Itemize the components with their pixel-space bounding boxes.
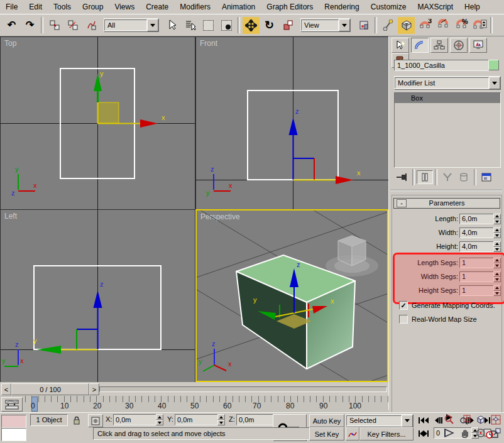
width-segs-field[interactable]: 1 [459,271,495,282]
dropdown-arrow-icon[interactable] [147,19,158,31]
key-mode-toggle-icon[interactable] [416,427,431,439]
spinner-snap-toggle-icon[interactable] [471,17,488,34]
object-name-field[interactable]: 1_1000_Casilla [394,60,490,71]
x-coord-spinner[interactable] [156,414,163,425]
viewport-top[interactable]: Top y x y z x [0,36,195,210]
show-end-result-icon[interactable] [417,170,433,184]
maxscript-mini-listener[interactable] [1,428,26,441]
key-filters-button[interactable]: Key Filters... [359,427,414,440]
modifier-stack-list[interactable]: Box [394,92,501,168]
selection-lock-icon[interactable] [70,414,83,426]
menu-graph-editors[interactable]: Graph Editors [261,1,319,13]
menu-animation[interactable]: Animation [216,1,261,13]
select-object-icon[interactable] [163,17,180,34]
menu-file[interactable]: File [0,1,23,13]
dropdown-arrow-icon[interactable] [402,415,413,427]
time-slider-track[interactable] [99,386,387,392]
z-coord-field[interactable]: 0,0m [236,414,275,425]
tab-hierarchy[interactable] [430,38,448,53]
length-field[interactable]: 6,0m [459,214,495,224]
undo-icon[interactable]: ↶ [3,17,20,34]
menu-maxscript[interactable]: MAXScript [412,1,459,13]
key-selection-dropdown[interactable]: Selected [346,414,414,427]
set-key-button[interactable]: Set Key [309,427,344,440]
angle-snap-icon[interactable]: 3 [416,17,433,34]
height-field[interactable]: 4,0m [459,241,495,252]
tab-create[interactable] [392,38,409,53]
length-segs-field[interactable]: 1 [459,258,495,268]
x-coord-field[interactable]: 0,0m [113,414,157,425]
select-and-manipulate-icon[interactable] [380,17,397,34]
length-segs-spinner[interactable] [493,258,501,268]
go-to-start-icon[interactable] [416,414,431,426]
use-pivot-point-center-icon[interactable] [355,17,372,34]
menu-create[interactable]: Create [140,1,174,13]
configure-modifier-sets-icon[interactable] [478,171,495,183]
reference-coordinate-system-dropdown[interactable]: View [300,18,351,32]
viewport-front[interactable]: Front z x z y x [195,36,390,210]
viewport-perspective[interactable]: Perspective [195,209,388,382]
macro-recorder-pane[interactable] [1,415,26,428]
modifier-list-dropdown[interactable]: Modifier List [394,76,501,90]
select-and-scale-icon[interactable] [279,17,296,34]
parameters-rollout-header[interactable]: - Parameters [393,198,500,209]
rectangular-selection-region-icon[interactable] [200,17,217,34]
stack-item-box[interactable]: Box [395,93,500,103]
percent-snap-toggle-icon[interactable]: % [452,17,469,34]
tab-motion[interactable] [450,38,468,53]
height-segs-field[interactable]: 1 [459,285,495,296]
select-and-move-icon[interactable] [243,17,260,34]
menu-group[interactable]: Group [77,1,109,13]
track-bar[interactable]: 0 10 20 30 40 50 60 70 80 90 100 [0,396,388,412]
remove-modifier-icon[interactable] [456,171,472,183]
percent-snap-icon[interactable] [434,17,451,34]
zoom-extents-icon[interactable] [474,413,488,425]
select-and-rotate-icon[interactable]: ↻ [261,17,278,34]
tab-modify[interactable] [411,38,429,53]
pan-hand-icon[interactable] [457,427,473,439]
time-slider-handle[interactable]: 0 / 100 [11,383,89,395]
menu-views[interactable]: Views [109,1,140,13]
y-coord-field[interactable]: 0,0m [175,414,219,425]
select-by-name-icon[interactable] [182,17,199,34]
width-segs-spinner[interactable] [493,271,501,282]
redo-icon[interactable]: ↷ [21,17,38,34]
real-world-map-size-checkbox[interactable] [399,315,408,324]
absolute-mode-transform-icon[interactable] [88,414,103,427]
zoom-all-icon[interactable] [457,413,473,425]
height-segs-spinner[interactable] [493,285,501,296]
zoom-icon[interactable] [442,413,456,425]
snaps-toggle-icon[interactable] [398,17,415,34]
time-slider-prev-button[interactable]: < [1,383,11,395]
field-of-view-icon[interactable] [442,427,456,439]
menu-customize[interactable]: Customize [365,1,412,13]
make-unique-icon[interactable] [439,171,456,183]
bind-to-space-warp-icon[interactable] [82,17,99,34]
open-mini-curve-editor-icon[interactable] [1,397,23,412]
generate-mapping-coords-checkbox[interactable]: ✓ [399,301,408,310]
time-slider-next-button[interactable]: > [89,383,99,395]
select-and-link-icon[interactable] [46,17,63,34]
selection-filter-dropdown[interactable]: All [104,18,159,32]
window-crossing-icon[interactable] [218,17,235,34]
width-field[interactable]: 4,0m [459,227,495,238]
menu-edit[interactable]: Edit [23,1,48,13]
height-spinner[interactable] [493,241,501,252]
object-color-swatch[interactable] [488,60,499,70]
zoom-extents-all-icon[interactable] [489,413,503,425]
unlink-selection-icon[interactable] [64,17,81,34]
dropdown-arrow-icon[interactable] [489,77,500,89]
default-in-out-tangents-icon[interactable] [346,427,359,440]
menu-help[interactable]: Help [459,1,486,13]
menu-rendering[interactable]: Rendering [319,1,364,13]
maximize-viewport-toggle-icon[interactable] [489,427,503,439]
dropdown-arrow-icon[interactable] [339,19,350,31]
pin-stack-icon[interactable] [394,171,410,183]
menu-tools[interactable]: Tools [48,1,77,13]
arc-rotate-icon[interactable] [474,427,488,439]
auto-key-button[interactable]: Auto Key [309,414,344,427]
tab-display[interactable] [469,38,487,53]
width-spinner[interactable] [493,227,501,238]
menu-modifiers[interactable]: Modifiers [174,1,216,13]
viewport-left[interactable]: Left z y z y x [0,209,195,383]
